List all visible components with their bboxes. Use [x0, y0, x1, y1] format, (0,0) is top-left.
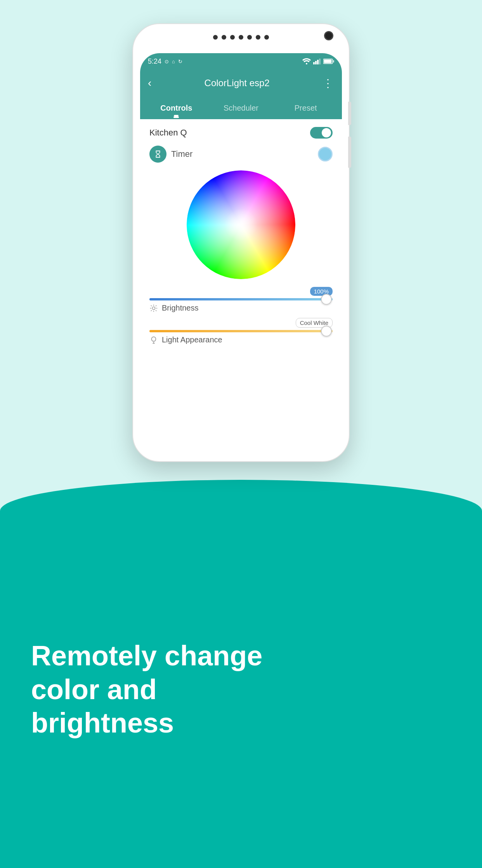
svg-point-8	[152, 307, 155, 309]
speaker-dot	[256, 35, 260, 40]
wifi-icon	[302, 58, 311, 64]
svg-rect-1	[313, 62, 315, 64]
svg-line-16	[156, 305, 156, 306]
brightness-icon	[149, 304, 158, 312]
bottom-tagline: Remotely change color and brightness	[31, 639, 303, 740]
page-title: ColorLight esp2	[205, 78, 270, 89]
brightness-slider-track[interactable]	[149, 298, 333, 300]
light-appearance-icon	[149, 336, 158, 344]
device-toggle[interactable]	[310, 127, 333, 139]
light-appearance-slider-thumb[interactable]	[321, 326, 332, 337]
timer-label: Timer	[171, 149, 313, 159]
svg-rect-2	[315, 61, 317, 64]
svg-rect-6	[324, 60, 332, 63]
light-appearance-label-row: Light Appearance	[149, 335, 333, 344]
speaker-dot	[247, 35, 252, 40]
speaker-dot	[222, 35, 226, 40]
brightness-label: Brightness	[162, 304, 199, 312]
phone-screen: 5:24 ⊙ ⌂ ↻	[140, 53, 342, 454]
svg-line-13	[151, 305, 152, 306]
tab-scheduler[interactable]: Scheduler	[209, 98, 274, 118]
status-bar-right	[302, 58, 334, 64]
light-appearance-slider-track[interactable]	[149, 330, 333, 332]
app-toolbar: ‹ ColorLight esp2 ⋮	[140, 69, 342, 97]
status-icon-1: ⊙	[165, 59, 169, 64]
phone-body: 5:24 ⊙ ⌂ ↻	[132, 23, 350, 462]
timer-color-button[interactable]	[318, 147, 333, 161]
status-bar-left: 5:24 ⊙ ⌂ ↻	[148, 57, 182, 66]
light-appearance-label: Light Appearance	[162, 335, 222, 344]
brightness-slider-row	[149, 298, 333, 300]
status-time: 5:24	[148, 57, 161, 66]
phone-device: 5:24 ⊙ ⌂ ↻	[132, 23, 350, 462]
signal-icon	[313, 58, 321, 64]
content-area: Kitchen Q Timer	[140, 119, 342, 358]
color-wheel[interactable]	[187, 170, 295, 279]
speaker-dot	[213, 35, 218, 40]
brightness-slider-thumb[interactable]	[321, 294, 332, 305]
color-wheel-canvas[interactable]	[187, 170, 295, 279]
device-name: Kitchen Q	[149, 128, 187, 138]
light-appearance-section: Cool White Light Appearance	[149, 318, 333, 344]
tab-preset[interactable]: Preset	[273, 98, 338, 118]
timer-icon[interactable]	[149, 146, 166, 163]
side-button-1	[348, 102, 351, 125]
speaker-dot	[230, 35, 235, 40]
color-wheel-container	[149, 170, 333, 279]
svg-rect-4	[319, 59, 321, 64]
svg-point-0	[306, 63, 307, 64]
speaker-dot	[264, 35, 269, 40]
back-button[interactable]: ‹	[148, 77, 151, 89]
speaker-dot	[239, 35, 243, 40]
tab-bar: Controls Scheduler Preset	[140, 97, 342, 119]
svg-line-14	[156, 310, 156, 311]
side-button-2	[348, 137, 351, 168]
brightness-label-row: Brightness	[149, 304, 333, 312]
phone-speaker	[213, 35, 269, 40]
phone-camera	[324, 31, 333, 40]
hourglass-icon	[154, 150, 162, 158]
bottom-section: Remotely change color and brightness	[0, 480, 482, 868]
tab-indicator	[174, 115, 179, 116]
light-appearance-slider-row	[149, 330, 333, 332]
more-menu-button[interactable]: ⋮	[322, 77, 334, 90]
svg-rect-7	[333, 60, 334, 62]
device-row: Kitchen Q	[149, 127, 333, 139]
status-icon-2: ⌂	[172, 59, 175, 64]
battery-icon	[323, 59, 334, 64]
brightness-section: 100%	[149, 287, 333, 312]
status-bar: 5:24 ⊙ ⌂ ↻	[140, 53, 342, 69]
tab-controls[interactable]: Controls	[144, 98, 209, 118]
status-icon-3: ↻	[178, 59, 182, 64]
svg-rect-3	[317, 60, 319, 64]
timer-row: Timer	[149, 146, 333, 163]
svg-line-15	[151, 310, 152, 311]
